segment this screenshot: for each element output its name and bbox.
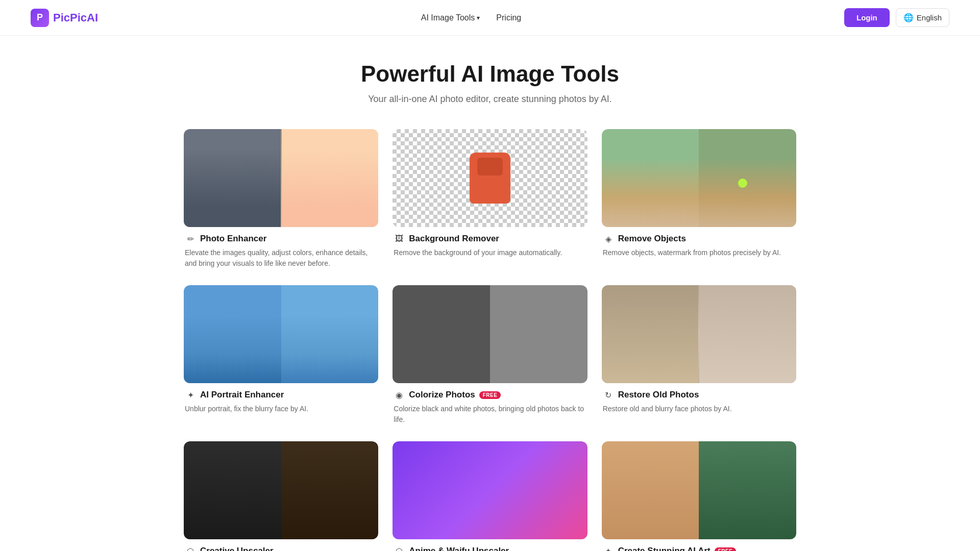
tool-card-colorize-photos[interactable]: ◉Colorize PhotosFREEColorize black and w… [393,285,587,425]
site-header: P PicPicAI AI Image Tools Pricing Login … [0,0,980,36]
tool-desc-ai-portrait-enhancer: Unblur portrait, fix the blurry face by … [185,404,377,414]
tool-card-photo-enhancer[interactable]: ✏Photo EnhancerElevate the images qualit… [184,129,378,269]
tool-info-background-remover: 🖼Background RemoverRemove the background… [393,233,587,258]
tool-icon-photo-enhancer: ✏ [185,233,196,244]
tool-image-creative-upscaler [184,441,378,539]
tool-image-restore-old-photos [602,285,796,383]
main-content: Powerful AI Image Tools Your all-in-one … [174,36,806,551]
tool-icon-creative-upscaler: ⬡ [185,545,196,551]
nav-ai-tools[interactable]: AI Image Tools [421,13,480,22]
tool-desc-colorize-photos: Colorize black and white photos, bringin… [394,404,586,425]
logo-icon: P [31,9,49,27]
tool-image-background-remover [393,129,587,227]
tool-info-photo-enhancer: ✏Photo EnhancerElevate the images qualit… [184,233,378,269]
header-actions: Login 🌐 English [844,8,949,27]
tool-desc-photo-enhancer: Elevate the images quality, adjust color… [185,247,377,269]
tool-icon-background-remover: 🖼 [394,233,405,244]
tool-info-remove-objects: ◈Remove ObjectsRemove objects, watermark… [602,233,796,258]
hero-section: Powerful AI Image Tools Your all-in-one … [184,61,796,105]
tool-image-ai-portrait-enhancer [184,285,378,383]
globe-icon: 🌐 [903,13,914,22]
tool-title-create-stunning-ai-art: Create Stunning AI Art [618,546,710,551]
tool-image-create-stunning-ai-art [602,441,796,539]
language-label: English [917,13,942,22]
tool-card-restore-old-photos[interactable]: ↻Restore Old PhotosRestore old and blurr… [602,285,796,425]
tool-title-restore-old-photos: Restore Old Photos [618,390,699,400]
badge-free-create-stunning-ai-art: FREE [715,547,737,552]
login-button[interactable]: Login [844,8,890,27]
tool-title-colorize-photos: Colorize Photos [409,390,475,400]
tool-image-photo-enhancer [184,129,378,227]
tool-card-anime-waifu-upscaler[interactable]: ⬡Anime & Waifu UpscalerUpscale and doubl… [393,441,587,551]
tool-desc-remove-objects: Remove objects, watermark from photos pr… [603,247,795,258]
hero-title: Powerful AI Image Tools [184,61,796,87]
tool-icon-create-stunning-ai-art: ✦ [603,545,614,551]
nav-pricing[interactable]: Pricing [496,13,521,22]
tool-icon-restore-old-photos: ↻ [603,389,614,400]
tool-image-colorize-photos [393,285,587,383]
tool-info-restore-old-photos: ↻Restore Old PhotosRestore old and blurr… [602,389,796,414]
main-nav: AI Image Tools Pricing [421,13,521,22]
tool-card-remove-objects[interactable]: ◈Remove ObjectsRemove objects, watermark… [602,129,796,269]
tool-info-create-stunning-ai-art: ✦Create Stunning AI ArtFREECreate amazin… [602,545,796,551]
tool-title-background-remover: Background Remover [409,234,499,244]
tool-title-remove-objects: Remove Objects [618,234,686,244]
tool-icon-colorize-photos: ◉ [394,389,405,400]
logo-text: PicPicAI [53,11,98,24]
tool-desc-background-remover: Remove the background of your image auto… [394,247,586,258]
logo[interactable]: P PicPicAI [31,9,98,27]
tool-icon-remove-objects: ◈ [603,233,614,244]
tools-grid: ✏Photo EnhancerElevate the images qualit… [184,129,796,551]
hero-subtitle: Your all-in-one AI photo editor, create … [184,94,796,105]
tool-title-creative-upscaler: Creative Upscaler [200,546,274,551]
tool-icon-ai-portrait-enhancer: ✦ [185,389,196,400]
tool-image-anime-waifu-upscaler [393,441,587,539]
badge-free-colorize-photos: FREE [479,391,501,399]
tool-info-anime-waifu-upscaler: ⬡Anime & Waifu UpscalerUpscale and doubl… [393,545,587,551]
tool-title-ai-portrait-enhancer: AI Portrait Enhancer [200,390,284,400]
tool-card-creative-upscaler[interactable]: ⬡Creative UpscalerCreate creative upscal… [184,441,378,551]
tool-card-create-stunning-ai-art[interactable]: ✦Create Stunning AI ArtFREECreate amazin… [602,441,796,551]
tool-image-remove-objects [602,129,796,227]
tool-title-anime-waifu-upscaler: Anime & Waifu Upscaler [409,546,509,551]
tool-card-background-remover[interactable]: 🖼Background RemoverRemove the background… [393,129,587,269]
language-button[interactable]: 🌐 English [896,8,949,27]
tool-info-creative-upscaler: ⬡Creative UpscalerCreate creative upscal… [184,545,378,551]
tool-title-photo-enhancer: Photo Enhancer [200,234,266,244]
tool-card-ai-portrait-enhancer[interactable]: ✦AI Portrait EnhancerUnblur portrait, fi… [184,285,378,425]
tool-desc-restore-old-photos: Restore old and blurry face photos by AI… [603,404,795,414]
tool-icon-anime-waifu-upscaler: ⬡ [394,545,405,551]
tool-info-ai-portrait-enhancer: ✦AI Portrait EnhancerUnblur portrait, fi… [184,389,378,414]
tool-info-colorize-photos: ◉Colorize PhotosFREEColorize black and w… [393,389,587,425]
